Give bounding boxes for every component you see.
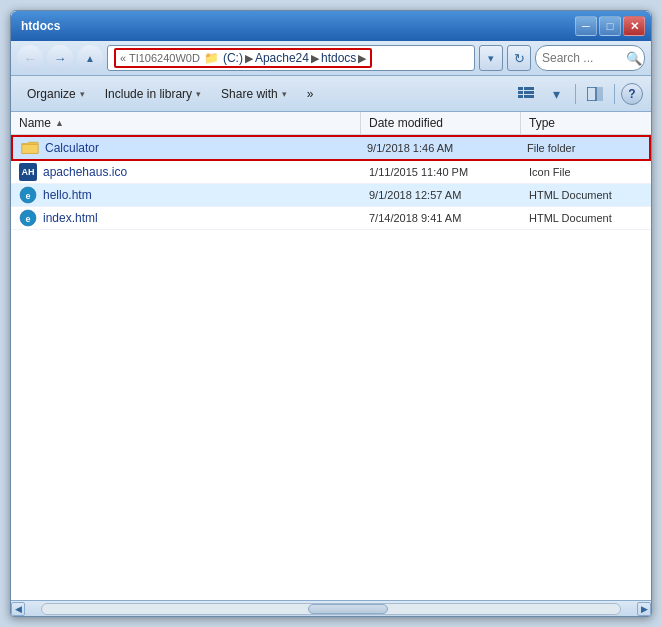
help-button[interactable]: ?: [621, 83, 643, 105]
file-name-cell: e index.html: [11, 207, 361, 229]
html-icon-svg: e: [19, 186, 37, 204]
minimize-button[interactable]: ─: [575, 16, 597, 36]
html-file-icon2: e: [19, 209, 37, 227]
view-details-icon: [518, 87, 534, 101]
toolbar-separator: [575, 84, 576, 104]
file-type: HTML Document: [521, 187, 651, 203]
share-chevron: ▾: [282, 89, 287, 99]
share-with-button[interactable]: Share with ▾: [213, 84, 295, 104]
search-input[interactable]: [542, 51, 622, 65]
folder-icon-small: 📁: [204, 51, 219, 65]
file-area: Name ▲ Date modified Type Calculator: [11, 112, 651, 600]
breadcrumb-htdocs: htdocs: [321, 51, 356, 65]
toolbar-sep2: [614, 84, 615, 104]
help-label: ?: [628, 87, 635, 101]
dropdown-button[interactable]: ▾: [479, 45, 503, 71]
include-chevron: ▾: [196, 89, 201, 99]
sep2: ▶: [311, 52, 319, 65]
ico-icon: AH: [19, 163, 37, 181]
table-row[interactable]: AH apachehaus.ico 1/11/2015 11:40 PM Ico…: [11, 161, 651, 184]
svg-rect-3: [524, 91, 534, 94]
sort-arrow: ▲: [55, 118, 64, 128]
file-name: apachehaus.ico: [43, 165, 127, 179]
scroll-right-button[interactable]: ▶: [637, 602, 651, 616]
file-name: Calculator: [45, 141, 99, 155]
file-type: File folder: [519, 140, 649, 156]
view-toggle-button[interactable]: ▾: [543, 81, 569, 107]
svg-text:e: e: [25, 191, 30, 201]
svg-text:e: e: [25, 214, 30, 224]
file-name-cell: e hello.htm: [11, 184, 361, 206]
refresh-button[interactable]: ↻: [507, 45, 531, 71]
file-date: 9/1/2018 12:57 AM: [361, 187, 521, 203]
include-label: Include in library: [105, 87, 192, 101]
title-bar: htdocs ─ □ ✕: [11, 11, 651, 41]
svg-rect-7: [597, 87, 603, 101]
explorer-window: htdocs ─ □ ✕ ← → ▲ « TI106240W0D 📁 (C:) …: [10, 10, 652, 617]
table-row[interactable]: e hello.htm 9/1/2018 12:57 AM HTML Docum…: [11, 184, 651, 207]
preview-pane-button[interactable]: [582, 81, 608, 107]
file-date: 1/11/2015 11:40 PM: [361, 164, 521, 180]
close-button[interactable]: ✕: [623, 16, 645, 36]
search-icon: 🔍: [626, 51, 642, 66]
file-type: HTML Document: [521, 210, 651, 226]
more-label: »: [307, 87, 314, 101]
file-name: index.html: [43, 211, 98, 225]
svg-rect-0: [518, 87, 523, 90]
sep3: ▶: [358, 52, 366, 65]
preview-icon: [587, 87, 603, 101]
file-name-cell: AH apachehaus.ico: [11, 161, 361, 183]
organize-label: Organize: [27, 87, 76, 101]
organize-chevron: ▾: [80, 89, 85, 99]
up-button[interactable]: ▲: [77, 45, 103, 71]
maximize-button[interactable]: □: [599, 16, 621, 36]
organize-button[interactable]: Organize ▾: [19, 84, 93, 104]
svg-rect-6: [587, 87, 596, 101]
back-button[interactable]: ←: [17, 45, 43, 71]
file-date: 7/14/2018 9:41 AM: [361, 210, 521, 226]
file-type: Icon File: [521, 164, 651, 180]
horizontal-scrollbar[interactable]: [41, 603, 621, 615]
toolbar-right: ▾ ?: [513, 81, 643, 107]
table-row[interactable]: Calculator 9/1/2018 1:46 AM File folder: [11, 135, 651, 161]
file-list-header: Name ▲ Date modified Type: [11, 112, 651, 135]
html-icon-svg2: e: [19, 209, 37, 227]
empty-space: [11, 230, 651, 600]
html-file-icon: e: [19, 186, 37, 204]
more-button[interactable]: »: [299, 84, 322, 104]
svg-rect-2: [518, 91, 523, 94]
view-details-button[interactable]: [513, 81, 539, 107]
window-title: htdocs: [17, 19, 575, 33]
scrollbar-area: ◀ ▶: [11, 600, 651, 616]
folder-icon: [21, 139, 39, 157]
sep1: ▶: [245, 52, 253, 65]
scroll-left-button[interactable]: ◀: [11, 602, 25, 616]
breadcrumb-apache: Apache24: [255, 51, 309, 65]
toolbar: Organize ▾ Include in library ▾ Share wi…: [11, 76, 651, 112]
col-type[interactable]: Type: [521, 112, 651, 134]
col-name[interactable]: Name ▲: [11, 112, 361, 134]
search-box[interactable]: 🔍: [535, 45, 645, 71]
svg-rect-5: [524, 95, 534, 98]
breadcrumb-c: (C:): [223, 51, 243, 65]
forward-button[interactable]: →: [47, 45, 73, 71]
address-bar-area: ← → ▲ « TI106240W0D 📁 (C:) ▶ Apache24 ▶ …: [11, 41, 651, 76]
address-path[interactable]: « TI106240W0D 📁 (C:) ▶ Apache24 ▶ htdocs…: [107, 45, 475, 71]
scrollbar-thumb[interactable]: [308, 604, 388, 614]
breadcrumb: « TI106240W0D 📁 (C:) ▶ Apache24 ▶ htdocs…: [114, 48, 372, 68]
share-label: Share with: [221, 87, 278, 101]
svg-rect-1: [524, 87, 534, 90]
file-date: 9/1/2018 1:46 AM: [359, 140, 519, 156]
file-name-cell: Calculator: [13, 137, 359, 159]
svg-rect-4: [518, 95, 523, 98]
breadcrumb-prefix: « TI106240W0D: [120, 52, 200, 64]
window-controls: ─ □ ✕: [575, 16, 645, 36]
include-in-library-button[interactable]: Include in library ▾: [97, 84, 209, 104]
folder-icon-svg: [21, 140, 39, 156]
file-name: hello.htm: [43, 188, 92, 202]
col-date[interactable]: Date modified: [361, 112, 521, 134]
table-row[interactable]: e index.html 7/14/2018 9:41 AM HTML Docu…: [11, 207, 651, 230]
